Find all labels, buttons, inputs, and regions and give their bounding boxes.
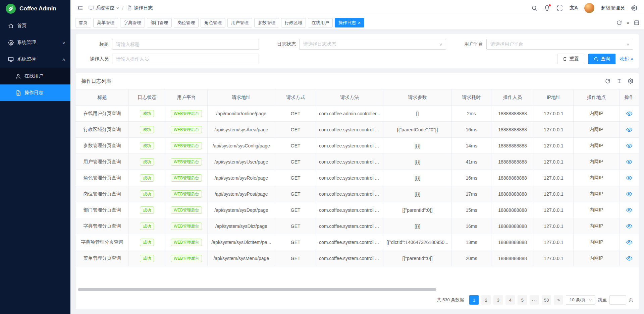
reset-button[interactable]: 重置 — [557, 54, 584, 64]
table-header-row: 标题日志状态用户平台请求地址请求方式请求方法请求参数请求耗时操作人员IP地址操作… — [76, 89, 639, 106]
column-header: 操作地点 — [573, 89, 620, 106]
sidebar-item-label: 系统管理 — [17, 40, 36, 46]
menu-fold-icon[interactable] — [77, 5, 83, 11]
cell-url: /api/monitor/online/page — [208, 106, 275, 122]
view-detail-icon[interactable] — [626, 207, 632, 213]
cell-operator: 18888888888 — [491, 218, 534, 234]
search-button[interactable]: 查询 — [588, 54, 615, 64]
fullscreen-icon[interactable] — [557, 5, 563, 11]
table-row: 菜单管理分页查询成功WEB管理后台/api/system/sysMenu/pag… — [76, 250, 639, 266]
search-icon[interactable] — [531, 5, 537, 11]
tab-item[interactable]: 首页 — [75, 18, 91, 27]
page-button[interactable]: 3 — [493, 295, 503, 305]
tab-item[interactable]: 用户管理 — [227, 18, 252, 27]
tab-item[interactable]: 在线用户 — [308, 18, 333, 27]
cell-title: 岗位管理分页查询 — [76, 186, 129, 202]
column-height-icon[interactable] — [616, 78, 622, 84]
username[interactable]: 超级管理员 — [601, 5, 625, 11]
layout-icon[interactable] — [634, 20, 639, 25]
cell-platform: WEB管理后台 — [165, 154, 208, 170]
horizontal-scrollbar[interactable] — [77, 288, 637, 291]
cell-method: GET — [275, 186, 316, 202]
page-button[interactable]: 53 — [542, 295, 551, 305]
breadcrumb-parent[interactable]: 系统监控 ∨ — [89, 5, 119, 11]
view-detail-icon[interactable] — [626, 143, 632, 149]
page-size-select[interactable]: 10 条/页 ∨ — [566, 295, 595, 305]
refresh-icon[interactable] — [605, 78, 610, 84]
view-detail-icon[interactable] — [626, 175, 632, 181]
cell-method: GET — [275, 250, 316, 266]
tab-item[interactable]: 角色管理 — [201, 18, 225, 27]
page-button[interactable]: 2 — [481, 295, 491, 305]
operator-filter-label: 操作人员 — [81, 56, 109, 62]
bell-icon[interactable] — [544, 5, 550, 11]
platform-badge: WEB管理后台 — [171, 190, 202, 198]
jump-unit-label: 页 — [629, 297, 633, 303]
close-icon[interactable]: × — [358, 20, 361, 25]
cell-action — [620, 170, 639, 186]
tab-item[interactable]: 部门管理 — [147, 18, 172, 27]
sidebar-item-online-users[interactable]: 在线用户 — [0, 68, 70, 84]
platform-filter-select[interactable]: 请选择用户平台 ∨ — [486, 39, 633, 50]
sidebar-submenu: 在线用户 操作日志 — [0, 68, 70, 101]
view-detail-icon[interactable] — [626, 223, 632, 229]
tab-label: 部门管理 — [151, 20, 168, 26]
avatar[interactable] — [584, 3, 594, 13]
cell-status: 成功 — [129, 138, 165, 154]
view-detail-icon[interactable] — [626, 111, 632, 117]
view-detail-icon[interactable] — [626, 255, 632, 261]
page-button[interactable]: 1 — [469, 295, 479, 305]
tab-item[interactable]: 字典管理 — [120, 18, 145, 27]
cell-location: 内网IP — [573, 234, 620, 250]
page-button[interactable]: 5 — [518, 295, 527, 305]
jump-page-input[interactable] — [609, 295, 626, 305]
app-logo[interactable]: Coffee Admin — [0, 0, 70, 17]
view-detail-icon[interactable] — [626, 159, 632, 165]
status-badge: 成功 — [140, 158, 154, 166]
cell-status: 成功 — [129, 250, 165, 266]
next-page-button[interactable]: > — [554, 295, 563, 305]
tab-item[interactable]: 菜单管理 — [93, 18, 118, 27]
cell-params: [{"parentId":0}] — [383, 250, 452, 266]
operator-filter-input[interactable] — [112, 54, 259, 64]
translate-icon[interactable]: 文A — [570, 5, 578, 11]
tab-item[interactable]: 参数管理 — [254, 18, 279, 27]
cell-handler: com.coffee.system.controlle... — [316, 122, 383, 138]
settings-icon[interactable] — [631, 5, 637, 11]
sidebar-item-operation-log[interactable]: 操作日志 — [0, 84, 70, 101]
column-header: 请求方式 — [275, 89, 316, 106]
status-badge: 成功 — [140, 142, 154, 149]
cell-title: 部门管理分页查询 — [76, 202, 129, 218]
view-detail-icon[interactable] — [626, 127, 632, 133]
collapse-label: 收起 — [620, 56, 629, 62]
sidebar-item-home[interactable]: 首页 — [0, 17, 70, 34]
cell-params: [{}] — [383, 186, 452, 202]
status-badge: 成功 — [140, 110, 154, 117]
cell-ip: 127.0.0.1 — [534, 122, 573, 138]
title-filter-input[interactable] — [112, 39, 259, 50]
cell-method: GET — [275, 154, 316, 170]
page-button[interactable]: 4 — [505, 295, 515, 305]
cell-platform: WEB管理后台 — [165, 138, 208, 154]
sidebar-item-system-monitor[interactable]: 系统监控 ∧ — [0, 51, 70, 68]
cell-ip: 127.0.0.1 — [534, 138, 573, 154]
view-detail-icon[interactable] — [626, 239, 632, 245]
tab-item[interactable]: 操作日志× — [335, 18, 364, 27]
cell-location: 内网IP — [573, 250, 620, 266]
page-size-value: 10 条/页 — [570, 297, 586, 303]
chevron-down-icon[interactable]: ∨ — [626, 21, 630, 25]
settings-icon[interactable] — [628, 78, 633, 84]
tab-item[interactable]: 行政区域 — [281, 18, 306, 27]
status-filter-select[interactable]: 请选择日志状态 ∨ — [299, 39, 446, 50]
refresh-icon[interactable] — [616, 20, 622, 25]
view-detail-icon[interactable] — [626, 191, 632, 197]
filter-actions: 重置 查询 收起 ∧ — [268, 54, 633, 64]
tab-item[interactable]: 岗位管理 — [174, 18, 199, 27]
cell-operator: 18888888888 — [491, 202, 534, 218]
sidebar-item-system-management[interactable]: 系统管理 ∨ — [0, 34, 70, 51]
cell-url: /api/system/sysPost/page — [208, 186, 275, 202]
cell-time: 15ms — [452, 202, 491, 218]
collapse-toggle[interactable]: 收起 ∧ — [620, 56, 633, 62]
scrollbar-thumb[interactable] — [78, 288, 436, 291]
top-bar: 系统监控 ∨ / 操作日志 — [70, 0, 644, 16]
